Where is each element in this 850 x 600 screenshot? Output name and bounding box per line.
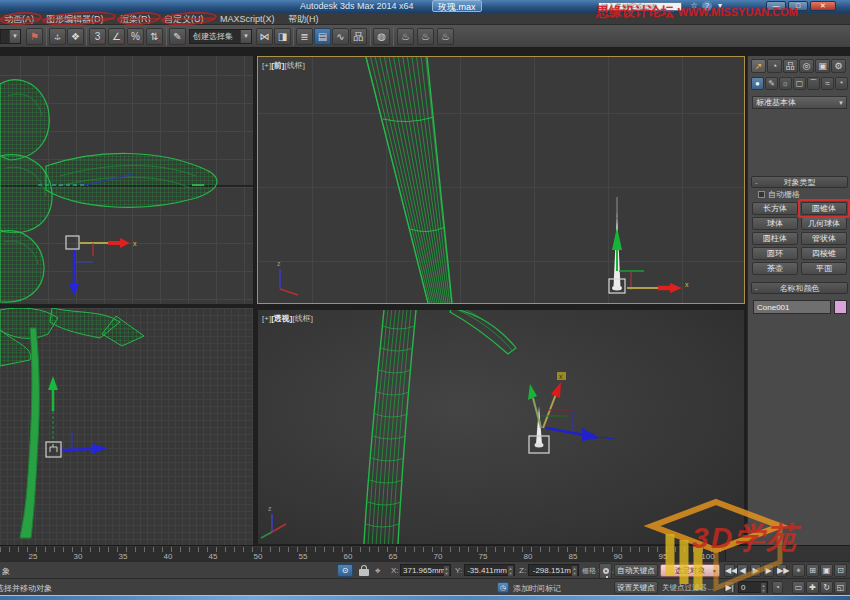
- curve-editor-icon[interactable]: ∿: [332, 28, 349, 45]
- tab-utilities-icon[interactable]: ⚙: [831, 59, 846, 73]
- cone-object-selected: x: [609, 197, 689, 293]
- subtab-cameras-icon[interactable]: ▢: [793, 77, 806, 90]
- menu-graph-editors[interactable]: 图形编辑器(D): [46, 13, 104, 25]
- material-editor-icon[interactable]: ◍: [373, 28, 390, 45]
- primitive-category-dropdown[interactable]: 标准基本体 ▼: [752, 96, 847, 109]
- close-button[interactable]: ✕: [810, 1, 836, 11]
- time-tag-icon[interactable]: ◷: [497, 582, 509, 593]
- perspective-viewport-label[interactable]: [+][透视][线框]: [262, 313, 313, 324]
- object-name-field[interactable]: [753, 300, 831, 314]
- windows-taskbar-edge: [0, 595, 850, 600]
- name-color-rollout-header[interactable]: -名称和颜色: [751, 282, 848, 294]
- key-selection-dropdown[interactable]: 选定对象▼: [660, 564, 720, 577]
- orbit-icon[interactable]: ↻: [820, 581, 833, 594]
- selection-filter-combo[interactable]: ▼: [0, 29, 21, 44]
- viewport-perspective[interactable]: z x: [258, 310, 744, 544]
- primitive-button-cone[interactable]: 圆锥体: [801, 202, 847, 215]
- viewport-front[interactable]: z x: [258, 57, 744, 303]
- subtab-lights-icon[interactable]: ☼: [779, 77, 792, 90]
- go-to-start-button[interactable]: ◀◀: [724, 564, 735, 577]
- go-to-end-button[interactable]: ▶▶: [776, 564, 787, 577]
- tick-label: 70: [428, 552, 448, 561]
- current-frame-field[interactable]: 0▲▼: [738, 581, 768, 593]
- rose-flower-wireframe: x: [0, 56, 253, 304]
- play-button[interactable]: ▶: [750, 564, 761, 577]
- zoom-region-icon[interactable]: ▭: [792, 581, 805, 594]
- menu-rendering[interactable]: 渲染(R): [120, 13, 151, 25]
- previous-frame-button[interactable]: ◀: [737, 564, 748, 577]
- keyboard-override-icon[interactable]: ⚑: [26, 28, 43, 45]
- subtab-systems-icon[interactable]: *: [835, 77, 848, 90]
- tick-label: 50: [248, 552, 268, 561]
- zoom-extents-all-icon[interactable]: ⊡: [834, 564, 847, 577]
- tab-create-icon[interactable]: ↗: [751, 59, 766, 73]
- watermark-forum: 思缘设计论坛 WWW.MISSYUAN.COM: [596, 3, 798, 21]
- y-coord-field[interactable]: -35.411mm▲▼: [464, 564, 515, 576]
- primitive-button-torus[interactable]: 圆环: [752, 247, 798, 260]
- render-setup-icon[interactable]: ♨: [397, 28, 414, 45]
- edit-named-sets-icon[interactable]: ✎: [169, 28, 186, 45]
- primitive-button-plane[interactable]: 平面: [801, 262, 847, 275]
- menu-help[interactable]: 帮助(H): [288, 13, 319, 25]
- autogrid-checkbox[interactable]: 自动栅格: [758, 190, 800, 199]
- front-viewport-label[interactable]: [+][前][线框]: [262, 60, 305, 71]
- chevron-down-icon: ▼: [9, 30, 20, 43]
- primitive-button-pyramid[interactable]: 四棱锥: [801, 247, 847, 260]
- add-time-tag-text[interactable]: 添加时间标记: [513, 583, 561, 594]
- named-selection-sets-combo[interactable]: 创建选择集▼: [189, 29, 252, 44]
- rendered-frame-icon[interactable]: ♨: [417, 28, 434, 45]
- select-and-move-button[interactable]: ↔ ↕: [49, 28, 66, 45]
- time-slider-ruler[interactable]: 25 30 35 40 45 50 55 60 65 70 75 80 85 9…: [0, 547, 726, 561]
- pan-icon[interactable]: ✚: [806, 581, 819, 594]
- coord-display-icon[interactable]: ⌖: [375, 565, 381, 577]
- primitive-button-geosphere[interactable]: 几何球体: [801, 217, 847, 230]
- next-frame-button[interactable]: ▶: [763, 564, 774, 577]
- tab-display-icon[interactable]: ▣: [815, 59, 830, 73]
- lock-selection-icon[interactable]: [359, 565, 369, 576]
- z-coord-field[interactable]: -298.151m▲▼: [528, 564, 579, 576]
- key-filters-button[interactable]: 关键点过滤器...: [662, 583, 713, 593]
- tab-motion-icon[interactable]: ◎: [799, 59, 814, 73]
- primitive-button-box[interactable]: 长方体: [752, 202, 798, 215]
- percent-snap-toggle[interactable]: %∩: [127, 28, 144, 45]
- set-key-button[interactable]: 设置关键点: [614, 581, 658, 594]
- menu-animation[interactable]: 动画(A): [4, 13, 34, 25]
- mirror-icon[interactable]: ⋈: [256, 28, 273, 45]
- angle-snap-toggle[interactable]: ∠∩: [108, 28, 125, 45]
- y-coord-label: Y:: [455, 566, 462, 575]
- auto-key-button[interactable]: 自动关键点: [614, 564, 658, 577]
- subtab-spacewarps-icon[interactable]: ≈: [821, 77, 834, 90]
- scene-explorer-icon[interactable]: ▤: [314, 28, 331, 45]
- viewport-top-left[interactable]: x: [0, 56, 253, 304]
- primitive-button-tube[interactable]: 管状体: [801, 232, 847, 245]
- subtab-helpers-icon[interactable]: ⌒: [807, 77, 820, 90]
- primitive-button-teapot[interactable]: 茶壶: [752, 262, 798, 275]
- subtab-geometry-icon[interactable]: ●: [751, 77, 764, 90]
- primitive-button-cylinder[interactable]: 圆柱体: [752, 232, 798, 245]
- menu-customize[interactable]: 自定义(U): [164, 13, 204, 25]
- subtab-shapes-icon[interactable]: ✎: [765, 77, 778, 90]
- zoom-all-icon[interactable]: ⊞: [806, 564, 819, 577]
- object-type-rollout-header[interactable]: -对象类型: [751, 176, 848, 188]
- maximize-viewport-toggle[interactable]: ◱: [834, 581, 847, 594]
- object-color-swatch[interactable]: [834, 300, 847, 314]
- layer-manager-icon[interactable]: ≣: [296, 28, 313, 45]
- spinner-snap-toggle[interactable]: ⇅∩: [146, 28, 163, 45]
- schematic-view-icon[interactable]: 品: [350, 28, 367, 45]
- x-coord-field[interactable]: 371.965mm▲▼: [400, 564, 451, 576]
- zoom-icon[interactable]: ⌖: [792, 564, 805, 577]
- viewport-bottom-left[interactable]: [0, 308, 253, 545]
- snap-toggle-3d[interactable]: 3∩: [89, 28, 106, 45]
- align-icon[interactable]: ◨: [274, 28, 291, 45]
- zoom-extents-icon[interactable]: ▣: [820, 564, 833, 577]
- tick-label: 75: [473, 552, 493, 561]
- pivot-center-icon[interactable]: ❖: [67, 28, 84, 45]
- tab-modify-icon[interactable]: ◔: [767, 59, 782, 73]
- render-production-icon[interactable]: ♨: [437, 28, 454, 45]
- menu-maxscript[interactable]: MAXScript(X): [220, 13, 275, 25]
- isolate-selection-toggle[interactable]: ⊙: [337, 564, 353, 577]
- key-mode-toggle[interactable]: ▶|: [724, 581, 735, 594]
- tab-hierarchy-icon[interactable]: 品: [783, 59, 798, 73]
- primitive-button-sphere[interactable]: 球体: [752, 217, 798, 230]
- time-configuration-icon[interactable]: ◔: [772, 581, 783, 594]
